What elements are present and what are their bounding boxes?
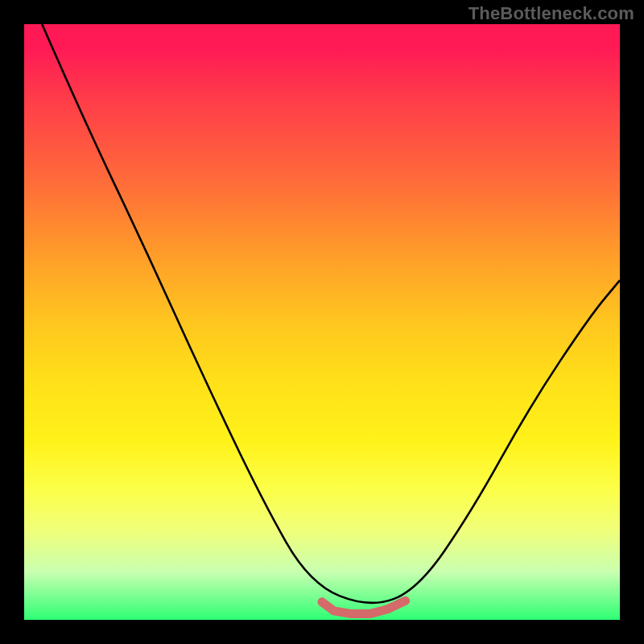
plot-area bbox=[24, 24, 620, 620]
bottleneck-curve-path bbox=[42, 24, 620, 603]
chart-frame: TheBottleneck.com bbox=[0, 0, 644, 644]
chart-svg bbox=[24, 24, 620, 620]
watermark-text: TheBottleneck.com bbox=[469, 3, 634, 24]
